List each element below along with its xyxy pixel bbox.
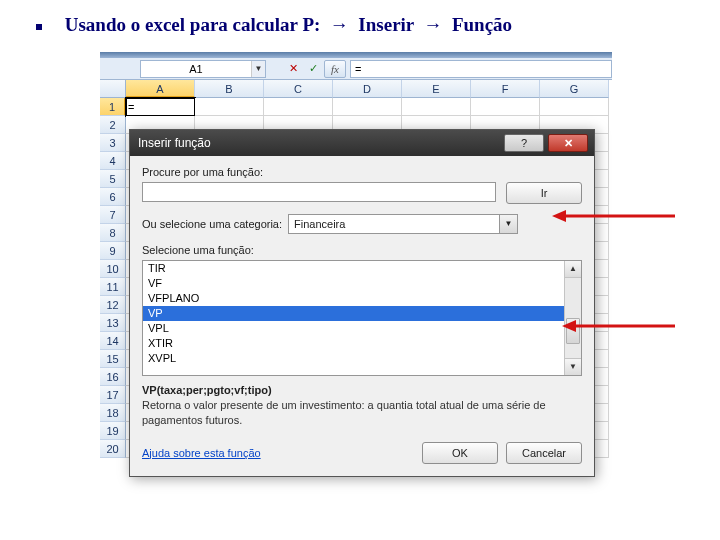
cell[interactable]: = [126, 98, 195, 116]
arrow-icon: → [330, 14, 349, 36]
ok-button[interactable]: OK [422, 442, 498, 464]
formula-input[interactable]: = [350, 60, 612, 78]
row-header[interactable]: 13 [100, 314, 126, 332]
scrollbar[interactable]: ▲ ▼ [564, 261, 581, 375]
column-header[interactable]: D [333, 80, 402, 98]
formula-bar: A1 ▼ ✕ ✓ fx = [100, 58, 612, 80]
row-header[interactable]: 20 [100, 440, 126, 458]
slide-text: Usando o excel para calcular P: [65, 14, 321, 35]
function-item[interactable]: XVPL [143, 351, 564, 366]
category-select[interactable]: Financeira ▼ [288, 214, 518, 234]
row-header[interactable]: 11 [100, 278, 126, 296]
function-item[interactable]: VFPLANO [143, 291, 564, 306]
dialog-titlebar[interactable]: Inserir função ? ✕ [130, 130, 594, 156]
name-box[interactable]: A1 [141, 61, 251, 77]
row-header[interactable]: 15 [100, 350, 126, 368]
scroll-thumb[interactable] [566, 318, 580, 344]
dialog-help-button[interactable]: ? [504, 134, 544, 152]
column-header[interactable]: F [471, 80, 540, 98]
column-header[interactable]: E [402, 80, 471, 98]
cell[interactable] [402, 98, 471, 116]
function-item[interactable]: TIR [143, 261, 564, 276]
column-header[interactable]: A [126, 80, 195, 98]
help-link[interactable]: Ajuda sobre esta função [142, 447, 261, 459]
select-all-corner[interactable] [100, 80, 126, 98]
search-label: Procure por uma função: [142, 166, 582, 178]
cancel-icon[interactable]: ✕ [284, 60, 302, 78]
chevron-down-icon[interactable]: ▼ [500, 214, 518, 234]
formula-buttons: ✕ ✓ fx [284, 60, 346, 78]
slide-bullet: Usando o excel para calcular P: → Inseri… [36, 14, 512, 36]
cell[interactable] [264, 98, 333, 116]
function-signature: VP(taxa;per;pgto;vf;tipo) [142, 384, 582, 396]
scroll-up-icon[interactable]: ▲ [565, 261, 581, 278]
fx-icon[interactable]: fx [324, 60, 346, 78]
row-header[interactable]: 12 [100, 296, 126, 314]
name-box-dropdown-icon[interactable]: ▼ [251, 61, 265, 77]
cancel-button[interactable]: Cancelar [506, 442, 582, 464]
column-headers: ABCDEFG [126, 80, 609, 98]
row-header[interactable]: 17 [100, 386, 126, 404]
row-header[interactable]: 4 [100, 152, 126, 170]
dialog-title: Inserir função [136, 136, 500, 150]
scroll-track[interactable] [565, 278, 581, 358]
cell[interactable] [195, 98, 264, 116]
column-header[interactable]: C [264, 80, 333, 98]
row-header[interactable]: 16 [100, 368, 126, 386]
row-header[interactable]: 7 [100, 206, 126, 224]
row-header[interactable]: 6 [100, 188, 126, 206]
function-list-items[interactable]: TIRVFVFPLANOVPVPLXTIRXVPL [143, 261, 564, 375]
row-header[interactable]: 8 [100, 224, 126, 242]
cell[interactable] [540, 98, 609, 116]
insert-function-dialog: Inserir função ? ✕ Procure por uma funçã… [129, 129, 595, 477]
row-header[interactable]: 5 [100, 170, 126, 188]
row-header[interactable]: 10 [100, 260, 126, 278]
select-function-label: Selecione uma função: [142, 244, 582, 256]
function-description: Retorna o valor presente de um investime… [142, 398, 582, 428]
arrow-icon: → [423, 14, 442, 36]
bullet-dot [36, 24, 42, 30]
column-header[interactable]: G [540, 80, 609, 98]
row-header[interactable]: 3 [100, 134, 126, 152]
category-value: Financeira [288, 214, 500, 234]
function-item[interactable]: VPL [143, 321, 564, 336]
function-item[interactable]: VP [143, 306, 564, 321]
row-header[interactable]: 2 [100, 116, 126, 134]
row-header[interactable]: 19 [100, 422, 126, 440]
row-header[interactable]: 1 [100, 98, 126, 116]
name-box-wrap: A1 ▼ [140, 60, 266, 78]
row-headers: 1234567891011121314151617181920 [100, 98, 126, 458]
category-label: Ou selecione uma categoria: [142, 218, 282, 230]
slide-step1: Inserir [358, 14, 414, 35]
search-input[interactable] [142, 182, 496, 202]
cell[interactable] [333, 98, 402, 116]
function-item[interactable]: VF [143, 276, 564, 291]
row-header[interactable]: 18 [100, 404, 126, 422]
dialog-close-button[interactable]: ✕ [548, 134, 588, 152]
function-list: TIRVFVFPLANOVPVPLXTIRXVPL ▲ ▼ [142, 260, 582, 376]
scroll-down-icon[interactable]: ▼ [565, 358, 581, 375]
cell[interactable] [471, 98, 540, 116]
go-button[interactable]: Ir [506, 182, 582, 204]
column-header[interactable]: B [195, 80, 264, 98]
enter-icon[interactable]: ✓ [304, 60, 322, 78]
slide-step2: Função [452, 14, 512, 35]
row-header[interactable]: 14 [100, 332, 126, 350]
function-item[interactable]: XTIR [143, 336, 564, 351]
row-header[interactable]: 9 [100, 242, 126, 260]
